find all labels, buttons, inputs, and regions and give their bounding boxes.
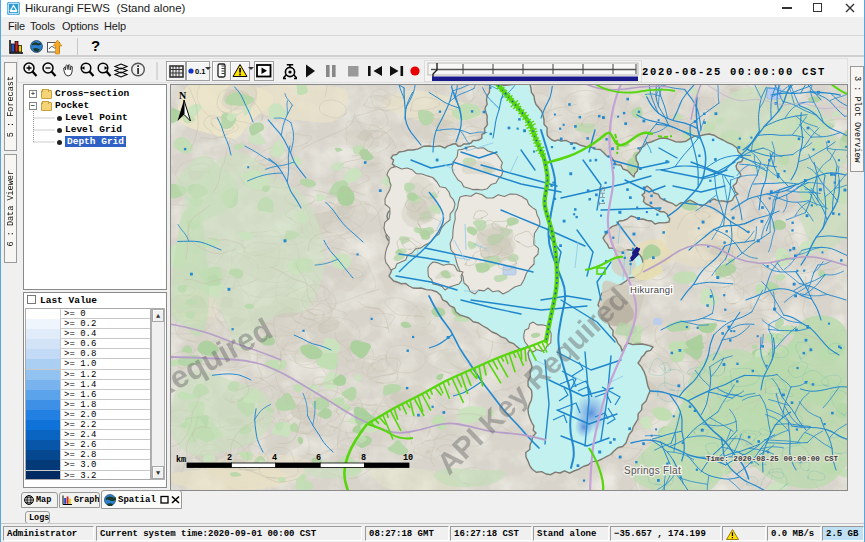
svg-text:Time: 2020-08-25 00:00:00 CST: Time: 2020-08-25 00:00:00 CST [706, 455, 839, 463]
svg-text:N: N [179, 90, 187, 101]
svg-text:2: 2 [227, 453, 232, 463]
svg-text:6: 6 [316, 453, 321, 463]
svg-text:0.1: 0.1 [195, 67, 205, 76]
svg-text:SH 1: SH 1 [597, 186, 607, 206]
svg-text:Hikurangi: Hikurangi [630, 284, 673, 295]
svg-text:10: 10 [403, 453, 413, 463]
svg-text:8: 8 [361, 453, 366, 463]
svg-text:km: km [176, 455, 186, 465]
svg-text:Springs Flat: Springs Flat [624, 465, 681, 476]
svg-text:4: 4 [272, 453, 277, 463]
